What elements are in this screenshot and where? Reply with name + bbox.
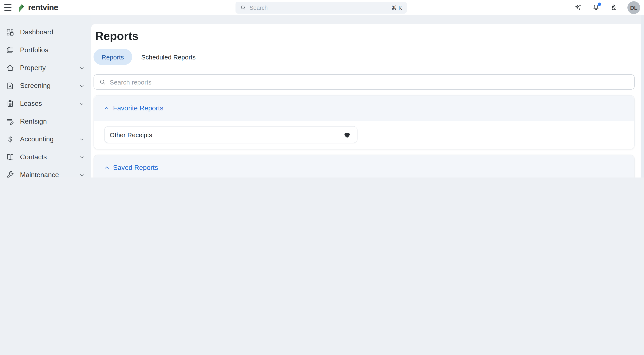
app-screen: Dashboard Portfolios Property [0,0,644,177]
chevron-up-icon [104,105,110,111]
search-icon [240,5,246,10]
chevron-down-icon [79,65,85,71]
sidebar-item-label: Maintenance [20,171,79,177]
screening-icon [6,81,14,90]
tab-label: Reports [102,53,124,60]
sidebar-nav: Dashboard Portfolios Property [0,15,91,177]
bell-icon[interactable] [592,3,600,12]
rentvine-leaf-icon [17,2,26,13]
sidebar-item-label: Property [20,64,79,72]
favorite-reports-header[interactable]: Favorite Reports [94,95,634,121]
search-icon [99,78,106,85]
sidebar-item-dashboard[interactable]: Dashboard [0,23,91,41]
topbar: rentvine ⌘ K DL [0,0,644,15]
reports-search[interactable] [94,74,635,90]
heart-icon[interactable] [343,131,351,139]
sidebar-item-label: Leases [20,100,79,107]
chevron-up-icon [104,165,110,170]
user-avatar[interactable]: DL [628,1,640,14]
saved-reports-header[interactable]: Saved Reports [94,155,634,177]
favorite-reports-section: Favorite Reports Other Receipts [94,95,635,149]
sidebar-item-label: Screening [20,82,79,90]
main-content: Reports Reports Scheduled Reports Favori… [91,24,644,177]
notification-dot [598,2,601,6]
dashboard-icon [6,28,14,36]
reports-search-input[interactable] [110,78,629,86]
sidebar-item-contacts[interactable]: Contacts [0,148,91,166]
rentsign-icon [6,117,14,126]
tab-label: Scheduled Reports [141,53,196,60]
page-title: Reports [95,30,635,43]
sidebar-item-accounting[interactable]: Accounting [0,130,91,148]
hamburger-menu-icon[interactable] [4,4,12,10]
section-title: Favorite Reports [113,104,164,112]
sidebar-item-portfolios[interactable]: Portfolios [0,41,91,59]
chevron-down-icon [79,136,85,142]
global-search-input[interactable] [250,4,391,11]
sidebar-item-rentsign[interactable]: Rentsign [0,112,91,130]
chevron-down-icon [79,83,85,89]
tab-bar: Reports Scheduled Reports [94,49,635,65]
tab-reports[interactable]: Reports [94,49,132,65]
vertical-scrollbar[interactable] [640,15,644,177]
report-name: Other Receipts [110,131,152,138]
global-search[interactable]: ⌘ K [236,2,407,13]
contacts-icon [6,153,14,161]
chevron-down-icon [79,172,85,177]
property-icon [6,64,14,72]
report-card-other-receipts[interactable]: Other Receipts [104,126,357,143]
sidebar-item-property[interactable]: Property [0,59,91,77]
topbar-actions: DL [574,0,640,15]
sparkles-icon[interactable] [574,3,582,12]
sidebar-item-label: Dashboard [20,28,85,36]
sidebar-item-label: Accounting [20,135,79,143]
chevron-down-icon [79,100,85,107]
sidebar: Dashboard Portfolios Property [0,15,91,177]
maintenance-icon [6,171,14,177]
sidebar-item-label: Portfolios [20,46,85,54]
sidebar-item-maintenance[interactable]: Maintenance [0,166,91,177]
section-title: Saved Reports [113,164,158,171]
favorite-reports-list: Other Receipts [94,121,634,149]
portfolios-icon [6,46,14,54]
saved-reports-section: Saved Reports Adriano PM Lease Payments [94,155,635,177]
leases-icon [6,99,14,108]
sidebar-item-screening[interactable]: Screening [0,77,91,95]
sidebar-item-label: Rentsign [20,118,85,125]
sidebar-item-leases[interactable]: Leases [0,95,91,112]
rocket-icon[interactable] [610,3,618,12]
chevron-down-icon [79,154,85,160]
tab-scheduled-reports[interactable]: Scheduled Reports [133,49,204,65]
brand-logo[interactable]: rentvine [17,0,58,15]
sidebar-item-label: Contacts [20,153,79,161]
accounting-icon [6,135,14,144]
brand-name: rentvine [28,3,58,12]
search-shortcut: ⌘ K [391,4,402,11]
